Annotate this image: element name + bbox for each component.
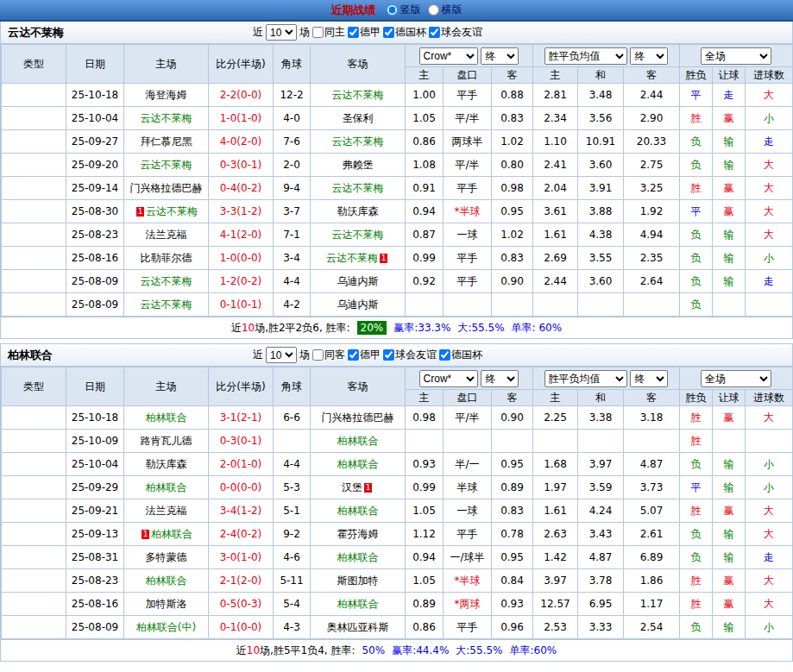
- league-checkbox-friendly[interactable]: 球会友谊: [383, 348, 437, 362]
- handicap-line: [444, 293, 492, 317]
- team-link[interactable]: 云达不莱梅: [146, 205, 198, 217]
- col-corner: 角球: [274, 367, 311, 406]
- team-link[interactable]: 云达不莱梅: [326, 252, 378, 264]
- league-checkbox-dfb-pokal[interactable]: 德国杯: [439, 348, 482, 362]
- vertical-layout-radio[interactable]: 竖版: [387, 3, 421, 17]
- final-odds-select[interactable]: 终: [630, 370, 668, 387]
- team-link[interactable]: 云达不莱梅: [332, 229, 384, 241]
- summary-stat: 赢率:33.3%: [393, 321, 450, 336]
- home-team-cell: 柏林联合: [124, 476, 209, 499]
- team-link[interactable]: 法兰克福: [146, 229, 187, 241]
- team-link[interactable]: 拜仁慕尼黑: [141, 135, 192, 148]
- team-link[interactable]: 多特蒙德: [146, 551, 187, 563]
- corners: 6-6: [274, 406, 311, 430]
- odds-average-select[interactable]: 胜平负均值: [544, 370, 627, 387]
- league-checkbox-friendly[interactable]: 球会友谊: [429, 25, 482, 40]
- result-goals: 小: [746, 453, 793, 476]
- league-checkbox-bundesliga[interactable]: 德甲: [348, 348, 381, 362]
- sub-col-result-goals: 进球数: [746, 390, 793, 406]
- team-link[interactable]: 云达不莱梅: [332, 135, 384, 148]
- team-link[interactable]: 柏林联合: [337, 435, 379, 447]
- team-link[interactable]: 法兰克福: [146, 505, 187, 517]
- odds-average-select[interactable]: 胜平负均值: [544, 47, 627, 65]
- team-link[interactable]: 柏林联合: [337, 598, 379, 610]
- fulltime-header: 全场: [680, 367, 793, 390]
- final-odds-select[interactable]: 终: [481, 370, 519, 387]
- team-link[interactable]: 路肯瓦儿德: [141, 435, 192, 447]
- final-odds-select[interactable]: 终: [481, 47, 519, 65]
- team-link[interactable]: 霍芬海姆: [337, 528, 379, 540]
- odds-away: [624, 430, 680, 453]
- team-link[interactable]: 奥林匹亚科斯: [327, 621, 389, 633]
- team-link[interactable]: 门兴格拉德巴赫: [322, 411, 394, 424]
- team-link[interactable]: 云达不莱梅: [141, 159, 192, 171]
- horizontal-radio-input[interactable]: [428, 4, 439, 16]
- team-link[interactable]: 勒沃库森: [146, 458, 187, 470]
- result-handicap: 输: [713, 130, 746, 154]
- fulltime-select[interactable]: 全场: [701, 47, 771, 65]
- team-link[interactable]: 云达不莱梅: [332, 182, 384, 194]
- bookmaker-select[interactable]: Crow*: [419, 47, 478, 65]
- team-link[interactable]: 柏林联合: [146, 481, 187, 493]
- score: 0-5(0-3): [209, 593, 274, 616]
- same-venue-checkbox[interactable]: 同客: [312, 348, 345, 362]
- final-odds-select[interactable]: 终: [630, 47, 668, 65]
- result-handicap: 输: [713, 223, 746, 247]
- same-venue-checkbox-input[interactable]: [312, 27, 324, 38]
- match-date: 25-10-09: [66, 430, 124, 453]
- team-link[interactable]: 勒沃库森: [337, 205, 379, 217]
- league-checkbox-input[interactable]: [383, 27, 394, 38]
- team-link[interactable]: 加特斯洛: [146, 598, 187, 610]
- handicap-line: 平手: [444, 84, 492, 107]
- col-score: 比分(半场): [209, 367, 274, 406]
- team-link[interactable]: 云达不莱梅: [141, 112, 192, 124]
- team-link[interactable]: 柏林联合: [337, 458, 379, 470]
- team-link[interactable]: 云达不莱梅: [141, 298, 192, 311]
- league-checkbox-input[interactable]: [439, 349, 450, 361]
- odds-away: 4.87: [624, 453, 680, 476]
- league-checkbox-input[interactable]: [383, 349, 394, 361]
- team-link[interactable]: 乌迪内斯: [337, 275, 379, 287]
- team-link[interactable]: 比勒菲尔德: [141, 252, 192, 264]
- match-row: 德甲25-09-131柏林联合2-4(0-2)9-2霍芬海姆1.12平手0.78…: [2, 523, 793, 546]
- team-link[interactable]: 弗赖堡: [343, 159, 374, 171]
- team-link[interactable]: 柏林联合: [146, 411, 187, 424]
- match-row: 德甲25-09-27拜仁慕尼黑4-0(2-0)7-6云达不莱梅0.86两球半1.…: [2, 130, 793, 154]
- team-link[interactable]: 柏林联合: [146, 575, 187, 587]
- fulltime-select[interactable]: 全场: [701, 370, 771, 387]
- handicap-home-odds: 1.05: [406, 107, 444, 130]
- league-checkbox-bundesliga[interactable]: 德甲: [348, 25, 381, 40]
- team-link[interactable]: 汉堡: [342, 481, 362, 493]
- team-link[interactable]: 柏林联合: [337, 505, 379, 517]
- odds-home: 2.41: [533, 154, 578, 177]
- league-checkbox-dfb-pokal[interactable]: 德国杯: [383, 25, 426, 40]
- team-link[interactable]: 云达不莱梅: [141, 275, 192, 287]
- same-venue-checkbox[interactable]: 同主: [312, 25, 345, 40]
- bookmaker-select[interactable]: Crow*: [419, 370, 478, 387]
- odds-draw: 3.78: [578, 569, 624, 593]
- team-link[interactable]: 云达不莱梅: [332, 89, 384, 101]
- recent-games-select[interactable]: 10: [266, 24, 297, 41]
- recent-games-select[interactable]: 10: [266, 347, 297, 363]
- corners: 4-3: [274, 616, 311, 639]
- team-link[interactable]: 柏林联合(中): [136, 621, 196, 633]
- away-team-cell: 汉堡1: [311, 476, 406, 499]
- team-link[interactable]: 斯图加特: [337, 575, 379, 587]
- league-checkbox-input[interactable]: [429, 27, 440, 38]
- team-link[interactable]: 圣保利: [343, 112, 374, 124]
- team-link[interactable]: 乌迪内斯: [337, 298, 379, 311]
- team-link[interactable]: 海登海姆: [146, 89, 187, 101]
- horizontal-layout-radio[interactable]: 横版: [428, 3, 463, 17]
- same-venue-checkbox-input[interactable]: [312, 349, 324, 361]
- corners: 3-7: [274, 200, 311, 223]
- handicap-line: *半球: [444, 569, 492, 593]
- team-link[interactable]: 柏林联合: [337, 551, 379, 563]
- score: 2-0(1-0): [209, 453, 274, 476]
- league-checkbox-input[interactable]: [348, 349, 359, 361]
- league-checkbox-input[interactable]: [348, 27, 359, 38]
- team-link[interactable]: 门兴格拉德巴赫: [130, 182, 203, 194]
- team-link[interactable]: 柏林联合: [151, 528, 192, 540]
- summary-bar: 近10场,胜5平1负4, 胜率: 50% 赢率:44.4% 大:55.5% 单率…: [1, 639, 792, 662]
- vertical-radio-input[interactable]: [387, 4, 398, 16]
- result-handicap: 赢: [713, 406, 746, 430]
